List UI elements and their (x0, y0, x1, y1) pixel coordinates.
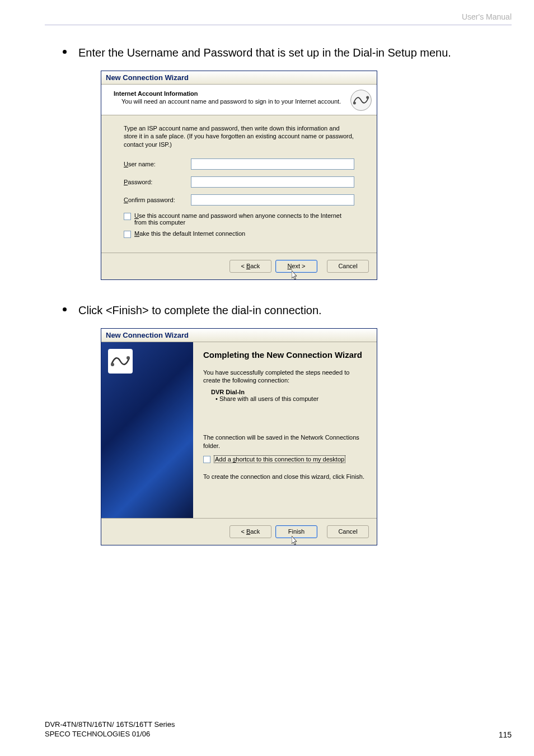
wizard1-header-title: Internet Account Information (114, 90, 369, 97)
footer-line1: DVR-4TN/8TN/16TN/ 16TS/16TT Series (45, 720, 512, 730)
finish-button[interactable]: Finish (275, 525, 317, 538)
username-input[interactable] (191, 158, 354, 170)
wizard-account-info: New Connection Wizard Internet Account I… (101, 71, 377, 280)
wizard1-titlebar: New Connection Wizard (101, 71, 377, 85)
page-number: 115 (499, 730, 512, 739)
shortcut-checkbox[interactable] (203, 456, 210, 463)
close-instruction: To create the connection and close this … (203, 473, 367, 480)
wizard-completing: New Connection Wizard Completing the New… (101, 328, 377, 545)
svg-point-5 (127, 356, 130, 360)
wizard2-sidebar-image (101, 342, 193, 518)
cancel-button-2[interactable]: Cancel (327, 525, 369, 538)
back-button-2[interactable]: < Back (229, 525, 271, 538)
wizard2-heading: Completing the New Connection Wizard (203, 350, 367, 361)
footer-line2: SPECO TECHNOLOGIES 01/06 (45, 730, 512, 739)
shortcut-label: Add a shortcut to this connection to my … (214, 455, 345, 463)
bullet-2: Click <Finish> to complete the dial-in c… (78, 302, 512, 318)
cancel-button[interactable]: Cancel (327, 260, 369, 273)
wizard2-titlebar: New Connection Wizard (101, 329, 377, 342)
use-account-label: Use this account name and password when … (134, 212, 354, 226)
use-account-checkbox[interactable] (124, 213, 131, 220)
back-button[interactable]: < Back (229, 260, 271, 273)
connection-icon (107, 348, 134, 375)
wizard1-header: Internet Account Information You will ne… (101, 85, 377, 115)
page-header: User's Manual (45, 12, 512, 25)
svg-point-4 (111, 363, 114, 366)
confirm-password-input[interactable] (191, 194, 354, 206)
wizard1-header-sub: You will need an account name and passwo… (121, 98, 369, 105)
svg-point-2 (366, 96, 369, 99)
wizard2-buttons: < Back Finish Cancel (101, 518, 377, 545)
default-connection-label: Make this the default Internet connectio… (134, 230, 245, 237)
connection-name: DVR Dial-In (211, 389, 367, 395)
default-connection-checkbox[interactable] (124, 231, 131, 238)
svg-point-1 (353, 102, 356, 105)
connection-icon (350, 89, 372, 111)
wizard1-buttons: < Back Next > Cancel (101, 253, 377, 279)
username-label: User name: (124, 161, 191, 167)
wizard1-instruction: Type an ISP account name and password, t… (124, 124, 354, 148)
next-button[interactable]: Next > (275, 260, 317, 273)
page-footer: DVR-4TN/8TN/16TN/ 16TS/16TT Series SPECO… (45, 720, 512, 739)
password-label: Password: (124, 179, 191, 185)
wizard2-sub1: You have successfully completed the step… (203, 368, 367, 385)
password-input[interactable] (191, 176, 354, 188)
confirm-password-label: Confirm password: (124, 197, 191, 203)
bullet-1: Enter the Username and Password that is … (78, 45, 512, 60)
share-line: • Share with all users of this computer (216, 395, 367, 402)
saved-text: The connection will be saved in the Netw… (203, 433, 367, 450)
